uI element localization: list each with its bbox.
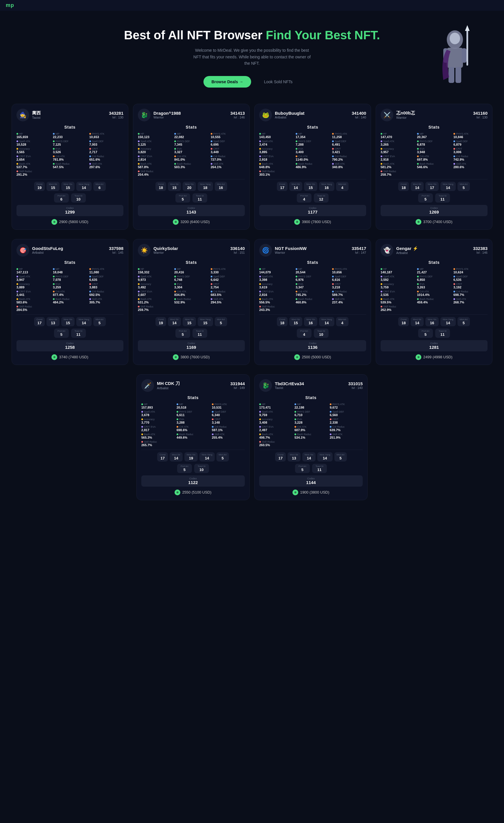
codex-box: Codex 1122 (141, 475, 245, 487)
stat-item: Bash Reduc 546.6% (417, 162, 451, 169)
stat-dot (16, 140, 18, 142)
card-level: lvl : 145 (109, 251, 123, 254)
stat-item: Spell DEF 6,879 (454, 140, 488, 146)
const-label: Mscl.Str (290, 453, 298, 456)
stat-label: Skill ATK (211, 298, 245, 301)
stat-value: 7,288 (296, 143, 330, 146)
toad-st-item: Toad St 11 (312, 464, 327, 473)
stat-item: Crit Reduc 639.7% (330, 426, 363, 432)
stat-label: MP (53, 132, 87, 135)
const-row: Const 19 Mscl.Str 14 Nine.Yin 15 Nine.Ya… (138, 317, 245, 326)
stat-dot (330, 403, 331, 405)
stat-dot (141, 411, 143, 413)
stat-label: Skill ATK (89, 298, 123, 301)
const-value: 14 (413, 185, 422, 190)
stat-dot (174, 140, 176, 142)
const-badge: Nine.Yin 20 (183, 182, 196, 191)
stat-value: 22,198 (295, 406, 327, 409)
const-badge: Mist.Art 5 (334, 452, 347, 462)
stat-item: Crit Reduc 651.6% (89, 155, 123, 161)
stat-value: 10,528 (16, 143, 50, 146)
stat-dot (332, 163, 334, 165)
stat-value: 3,770 (141, 421, 174, 424)
stat-item: Bash Reduc 532.9% (174, 298, 208, 304)
stat-label: EVA (53, 283, 87, 286)
card-class: Artbalist (157, 386, 227, 390)
card-name: NGT FusionNW (275, 246, 349, 251)
stat-value: 6,635 (89, 278, 123, 282)
stat-item: Bash ATK 498.7% (259, 433, 292, 439)
stat-item: EVA 3,228 (295, 418, 327, 424)
stat-item: Spell ATK 9,759 (259, 410, 292, 417)
prof-art-value: 5 (179, 197, 187, 201)
stat-label: CRIT (454, 147, 488, 150)
stat-value: 6,491 (332, 143, 366, 146)
stat-value: 2,338 (330, 421, 363, 424)
stat-label: Crit Reduc (330, 426, 363, 428)
stat-dot (211, 155, 212, 157)
stat-label: CRIT (211, 283, 245, 286)
browse-deals-button[interactable]: Browse Deals → (203, 76, 251, 88)
hero-subtitle: Welcome to MirDeal. We give you the poss… (191, 47, 313, 66)
stat-value: 3,347 (296, 286, 330, 289)
stat-dot (381, 298, 382, 300)
codex-box: Codex 1169 (138, 340, 245, 351)
stat-label: Skill Reduc (16, 170, 50, 173)
stat-label: CRIT EVA (259, 155, 293, 158)
stat-dot (211, 268, 212, 270)
const-label: Nine.Yin (185, 318, 194, 321)
stat-value: 268.7% (454, 301, 488, 304)
stat-item: Spell DEF 6,491 (332, 140, 366, 146)
price-text: 3900 (7800 USD) (302, 220, 331, 224)
look-sold-button[interactable]: Look Sold NFTs (256, 76, 301, 88)
stat-dot (381, 291, 382, 293)
const-label: Mscl.Str (292, 183, 300, 185)
card-class: Taoist (32, 116, 106, 119)
stat-dot (141, 441, 143, 443)
toad-st-item: Toad St 10 (71, 193, 86, 202)
const-badge: Nine.Yin 16 (304, 317, 317, 326)
card-name: BuboyBuuglat (275, 111, 349, 116)
stat-item: CRIT 2,338 (330, 418, 363, 424)
stat-label: Crit ATK (53, 290, 87, 293)
stat-dot (330, 426, 331, 428)
const-label: Nine.Yang (200, 183, 211, 185)
stat-dot (296, 283, 297, 285)
stat-item: EVA 3,526 (53, 147, 87, 154)
stat-label: PHYS ATK (332, 268, 366, 271)
stat-dot (259, 155, 261, 157)
stat-value: 683.5% (211, 293, 245, 297)
const-label: Mist.Art (219, 453, 226, 456)
stat-item: Accuracy 3,619 (259, 283, 293, 289)
stat-label: Spell DEF (332, 275, 366, 278)
stat-item: CRIT EVA 2,817 (141, 426, 174, 432)
toad-st-item: Toad St 11 (435, 329, 450, 338)
stat-value: 147,113 (16, 271, 50, 274)
card-id: 343281 (109, 111, 123, 116)
stat-value: 6,879 (454, 143, 488, 146)
stat-value: 3,228 (295, 421, 327, 424)
stat-value: 280.6% (454, 165, 488, 169)
divider (381, 314, 488, 315)
stat-value: 597.1% (212, 428, 245, 432)
stat-label: Spell ATK (16, 140, 50, 143)
stat-value: 6,878 (417, 143, 451, 146)
stat-dot (332, 283, 334, 285)
stat-dot (89, 283, 91, 285)
stats-grid: HP 143,450 MP 17,354 PHYS ATK 11,258 Spe… (259, 132, 366, 176)
price-icon: ⊕ (294, 354, 300, 360)
const-badge: Nine.Yin 16 (426, 317, 439, 326)
stat-label: Bash ATK (381, 298, 415, 301)
stat-label: Bash ATK (259, 162, 293, 165)
stat-value: 305.7% (89, 301, 123, 304)
avatar: 🐉 (138, 109, 151, 121)
const-label: Const (400, 318, 406, 321)
stat-label: PHYS ATK (211, 268, 245, 271)
stat-value: 3,400 (296, 150, 330, 154)
card-level: lvl : 151 (230, 251, 245, 254)
card-header: 👻 Gengar ⚡ Artbalist 332383 lvl : 146 (381, 244, 488, 257)
stat-dot (259, 268, 261, 270)
stat-dot (16, 148, 18, 150)
codex-box: Codex 1258 (16, 340, 123, 351)
prof-art-value: 5 (299, 468, 306, 472)
